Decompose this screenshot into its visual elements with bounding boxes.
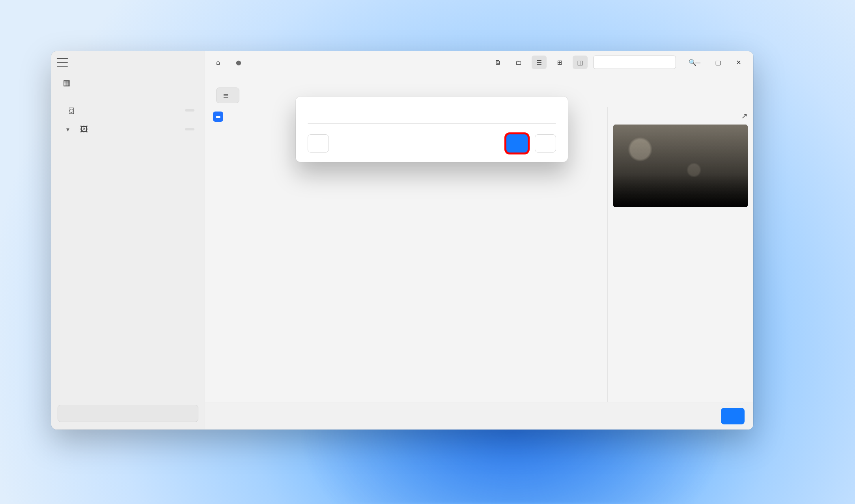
sidebar-footer <box>51 398 205 430</box>
window-controls: — ▢ ✕ <box>689 56 748 69</box>
preview-thumbnail <box>613 125 748 207</box>
app-window: ▦ ⌼ 🖼 ⌂ <box>51 51 753 430</box>
count-badge <box>185 109 194 112</box>
list-icon: ☰ <box>536 59 542 66</box>
search-input[interactable] <box>598 58 685 66</box>
home-icon: ⌂ <box>216 59 220 66</box>
grid-icon: ⊞ <box>557 59 562 66</box>
destination-list <box>308 123 556 124</box>
usb-drive-icon: ⌼ <box>66 106 77 115</box>
home-button[interactable]: ⌂ <box>211 56 226 69</box>
maximize-button[interactable]: ▢ <box>709 56 727 69</box>
show-in-explorer-button[interactable] <box>58 405 198 422</box>
next-button[interactable] <box>506 134 528 153</box>
menu-icon[interactable] <box>57 58 68 67</box>
titlebar: ⌂ ● 🗎 🗀 ☰ ⊞ ◫ 🔍 — ▢ <box>205 51 753 73</box>
document-icon: 🗎 <box>495 59 501 66</box>
cancel-button[interactable] <box>535 134 556 153</box>
footer-bar <box>205 402 753 430</box>
sidebar: ▦ ⌼ 🖼 <box>51 51 205 430</box>
toggle-details-pane-button[interactable]: ◫ <box>573 56 588 69</box>
sliders-icon: ≡ <box>223 91 229 100</box>
scan-status-badge: ● <box>231 56 246 69</box>
choose-destination-button[interactable] <box>308 134 329 153</box>
chevron-down-icon <box>66 126 73 133</box>
folder-icon: 🗀 <box>515 59 522 66</box>
check-circle-icon: ● <box>236 59 241 66</box>
select-all-checkbox[interactable] <box>213 112 223 122</box>
show-filter-button[interactable]: ≡ <box>216 87 239 103</box>
external-link-icon: ↗ <box>741 111 748 121</box>
recover-button[interactable] <box>721 408 745 424</box>
view-grid-button[interactable]: ⊞ <box>552 56 567 69</box>
view-list-button[interactable]: ☰ <box>532 56 547 69</box>
sidebar-item-device[interactable]: ⌼ <box>54 102 202 119</box>
sidebar-item-dashboard[interactable]: ▦ <box>54 74 202 91</box>
sidebar-header <box>51 51 205 73</box>
close-button[interactable]: ✕ <box>730 56 748 69</box>
search-input-wrap[interactable]: 🔍 <box>593 56 676 69</box>
count-badge <box>185 128 194 130</box>
sidebar-heading-scan-results <box>51 92 205 101</box>
sidebar-item-pictures[interactable]: 🖼 <box>54 121 202 138</box>
image-icon: 🖼 <box>79 125 89 134</box>
minimize-button[interactable]: — <box>689 56 707 69</box>
grid-icon: ▦ <box>62 78 72 87</box>
view-folder-button[interactable]: 🗀 <box>511 56 526 69</box>
recovery-destination-dialog <box>296 97 568 162</box>
view-document-button[interactable]: 🗎 <box>491 56 506 69</box>
main-pane: ⌂ ● 🗎 🗀 ☰ ⊞ ◫ 🔍 — ▢ <box>205 51 753 430</box>
details-panel: ↗ <box>607 107 753 402</box>
panel-icon: ◫ <box>577 59 583 66</box>
popout-button[interactable]: ↗ <box>741 111 748 121</box>
